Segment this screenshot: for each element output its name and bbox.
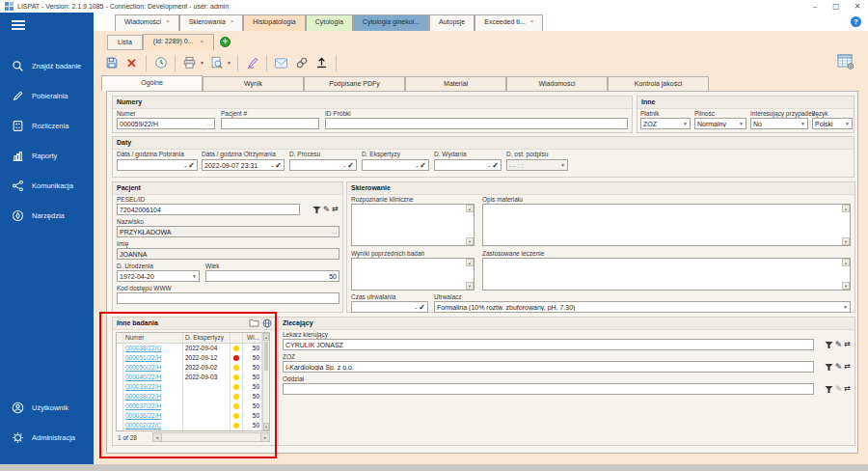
test-number-link[interactable]: 000036/22/H <box>125 412 161 419</box>
scroll-up-icon[interactable]: ▲ <box>466 259 474 266</box>
scroll-down-icon[interactable]: ▼ <box>263 423 269 430</box>
wiek-field[interactable]: 50 <box>205 270 339 282</box>
filter-icon[interactable] <box>312 206 321 214</box>
pilnosc-select[interactable]: Normalny▼ <box>694 118 746 129</box>
close-tab-icon[interactable]: × <box>231 18 234 25</box>
data-urodzenia-field[interactable]: 1972-04-20▼ <box>117 270 200 282</box>
sub-tab[interactable]: Podpisane PDFy <box>304 76 405 92</box>
column-header[interactable]: Wi... <box>243 333 262 343</box>
table-row[interactable]: 000036/22/H 50 <box>117 411 269 421</box>
swap-icon[interactable]: ⇄ <box>844 384 851 394</box>
close-tab-icon[interactable]: × <box>166 18 170 25</box>
sidebar-item-rozliczenia[interactable]: Rozliczenia <box>0 111 94 141</box>
opis-materialu-textarea[interactable]: ▲▼ <box>482 204 851 246</box>
table-row[interactable]: 000002/22/C 50 <box>117 421 269 430</box>
sidebar-item-uzytkownik[interactable]: Użytkownik <box>0 393 94 423</box>
upload-button[interactable] <box>312 52 332 73</box>
edit-icon[interactable]: ✎ <box>835 362 843 372</box>
checkmark-icon[interactable]: ✓ <box>492 161 499 170</box>
sidebar-item-raporty[interactable]: Raporty <box>0 141 94 171</box>
swap-icon[interactable]: ⇄ <box>332 205 339 214</box>
sign-button[interactable] <box>242 52 262 73</box>
print-button[interactable] <box>179 52 200 73</box>
checkmark-icon[interactable]: ✓ <box>419 303 425 312</box>
test-number-link[interactable]: 000040/22/H <box>125 374 161 380</box>
sidebar-item-pobieralnia[interactable]: Pobieralnia <box>0 81 94 111</box>
id-probki-field[interactable] <box>325 118 628 129</box>
data-wydania-field[interactable]: -✓ <box>434 159 502 171</box>
sub-tab[interactable]: Ogólne <box>101 75 203 92</box>
utrwalacz-select[interactable]: Formalina (10% roztw. zbuforowany, pH. 7… <box>434 301 851 313</box>
vertical-scrollbar[interactable]: ▲▼ <box>262 333 269 430</box>
checkmark-icon[interactable]: ✓ <box>420 161 426 170</box>
lekarz-kierujacy-field[interactable]: CYRULIK JONASZ <box>283 339 814 350</box>
grid-settings-button[interactable] <box>835 51 856 72</box>
sub-tab[interactable]: Materiał <box>405 76 506 92</box>
wyniki-poprzednich-textarea[interactable]: ▲▼ <box>351 258 475 291</box>
kod-dostepu-field[interactable] <box>117 292 339 304</box>
print-dropdown-arrow[interactable]: ▼ <box>200 60 206 66</box>
save-button[interactable] <box>101 52 122 73</box>
test-number-link[interactable]: 000002/22/C <box>125 422 161 429</box>
czas-utrwalania-field[interactable]: -✓ <box>351 301 428 313</box>
sub-tab[interactable]: Wynik <box>203 76 304 92</box>
checkmark-icon[interactable]: ✓ <box>347 161 354 170</box>
data-procesu-field[interactable]: -✓ <box>289 159 357 171</box>
test-number-link[interactable]: 000037/22/H <box>125 402 161 409</box>
scroll-down-icon[interactable]: ▼ <box>466 282 474 290</box>
pacjent-number-field[interactable] <box>221 118 319 129</box>
pesel-field[interactable]: 72042006104 <box>117 204 300 215</box>
table-row[interactable]: 000037/22/H 50 <box>117 402 269 411</box>
maximize-button[interactable]: ▢ <box>826 0 847 13</box>
swap-icon[interactable]: ⇄ <box>844 340 851 349</box>
scroll-up-icon[interactable]: ▲ <box>842 205 850 212</box>
sub-tab[interactable]: Kontrola jakości <box>608 76 709 92</box>
sidebar-item-komunikacja[interactable]: Komunikacja <box>0 171 94 201</box>
edit-icon[interactable]: ✎ <box>835 340 843 349</box>
help-button[interactable]: ? <box>851 16 861 27</box>
column-header[interactable]: Numer <box>123 333 183 343</box>
scroll-up-icon[interactable]: ▲ <box>263 333 269 341</box>
filter-icon[interactable] <box>825 363 833 372</box>
zoz-field[interactable]: I-Kardiologia Sp. z o.o. <box>283 361 814 373</box>
module-tab[interactable]: Cytologia ginekol... <box>353 14 429 31</box>
rozpoznanie-textarea[interactable]: ▲▼ <box>351 204 475 246</box>
nazwisko-field[interactable]: PRZYKŁADOWA⋯ <box>117 226 339 237</box>
checkmark-icon[interactable]: ✓ <box>188 161 195 170</box>
scroll-down-icon[interactable]: ▼ <box>842 237 850 245</box>
tab-lista[interactable]: Lista <box>107 35 143 50</box>
horizontal-scrollbar[interactable]: ◄► <box>152 432 270 442</box>
ellipsis-icon[interactable]: ⋯ <box>331 229 337 236</box>
test-number-link[interactable]: 000038/22/H <box>125 393 161 400</box>
imie-field[interactable]: JOANNA <box>117 248 339 260</box>
globe-icon[interactable] <box>262 319 272 328</box>
module-tab[interactable]: Cytologia <box>306 14 353 31</box>
data-pobrania-field[interactable]: -✓ <box>117 159 198 171</box>
history-button[interactable] <box>150 52 171 73</box>
test-number-link[interactable]: 000051/22/H <box>125 354 161 361</box>
data-ekspertyzy-field[interactable]: -✓ <box>362 159 429 171</box>
folder-icon[interactable] <box>249 319 259 327</box>
column-header-status[interactable] <box>231 333 243 343</box>
platnik-select[interactable]: ZOZ▼ <box>640 118 691 129</box>
test-number-link[interactable]: 000039/22/H <box>125 383 161 390</box>
filter-icon[interactable] <box>825 385 833 394</box>
oddzial-field[interactable] <box>283 383 814 395</box>
tab-current-document[interactable]: (Id: 2289) 0... × <box>143 34 214 50</box>
minimize-button[interactable]: – <box>804 0 826 13</box>
sidebar-item-administracja[interactable]: Administracja <box>0 423 94 453</box>
table-row[interactable]: 000040/22/H 2022-09-03 50 <box>117 373 269 382</box>
numer-field[interactable]: 000059/22/H⋯ <box>117 118 215 129</box>
link-button[interactable] <box>291 52 312 73</box>
data-otrzymania-field[interactable]: 2022-09-07 23:31-✓ <box>202 159 285 171</box>
column-header[interactable]: D. Ekspertyzy <box>183 333 231 343</box>
sidebar-item-narzedzia[interactable]: Narzędzia <box>0 201 94 231</box>
edit-icon[interactable]: ✎ <box>323 205 331 214</box>
add-tab-button[interactable]: + <box>220 37 231 47</box>
close-tab-icon[interactable]: × <box>200 39 203 44</box>
sub-tab[interactable]: Wiadomości <box>506 76 608 92</box>
scroll-down-icon[interactable]: ▼ <box>842 282 850 290</box>
jezyk-select[interactable]: Polski▼ <box>812 118 853 129</box>
zastosowane-leczenie-textarea[interactable]: ▲▼ <box>482 258 851 291</box>
print-preview-button[interactable] <box>206 52 227 73</box>
